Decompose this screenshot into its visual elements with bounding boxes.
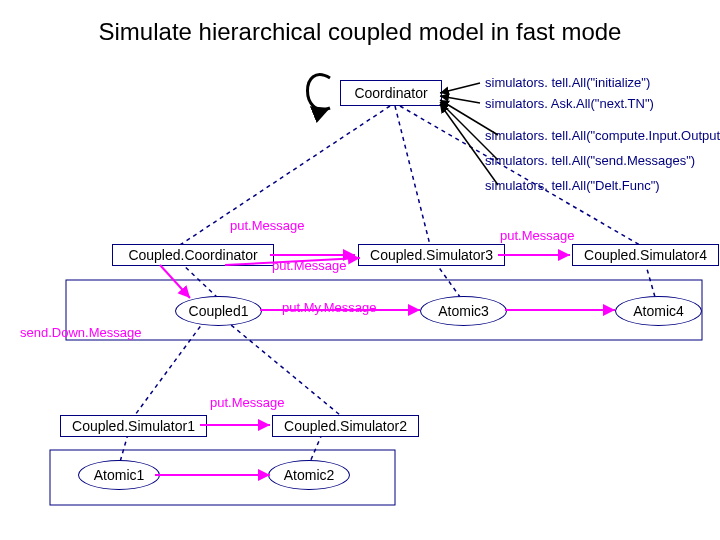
svg-line-19 — [135, 320, 205, 415]
node-coupled-simulator3: Coupled.Simulator3 — [358, 244, 505, 266]
node-atomic1: Atomic1 — [78, 460, 160, 490]
msg-put-my-message: put.My.Message — [282, 300, 376, 315]
node-atomic2: Atomic2 — [268, 460, 350, 490]
node-coupled-coordinator: Coupled.Coordinator — [112, 244, 274, 266]
svg-line-17 — [435, 262, 460, 297]
node-coupled-simulator4: Coupled.Simulator4 — [572, 244, 719, 266]
call-compute-input-output: simulators. tell.All("compute.Input.Outp… — [485, 128, 720, 143]
node-coupled-simulator1: Coupled.Simulator1 — [60, 415, 207, 437]
svg-line-16 — [180, 262, 220, 300]
msg-put-message-4: put.Message — [210, 395, 284, 410]
svg-line-1 — [440, 96, 480, 103]
svg-line-15 — [400, 106, 640, 245]
node-atomic3: Atomic3 — [420, 296, 507, 326]
svg-line-0 — [440, 83, 480, 93]
node-coordinator: Coordinator — [340, 80, 442, 106]
svg-line-14 — [395, 106, 430, 245]
diagram-title: Simulate hierarchical coupled model in f… — [0, 18, 720, 46]
svg-line-4 — [440, 104, 498, 185]
svg-rect-23 — [66, 280, 702, 340]
svg-line-18 — [645, 262, 655, 297]
msg-put-message-3: put.Message — [500, 228, 574, 243]
msg-put-message-1: put.Message — [230, 218, 304, 233]
node-coupled1: Coupled1 — [175, 296, 262, 326]
node-coupled-simulator2: Coupled.Simulator2 — [272, 415, 419, 437]
call-delt-func: simulators. tell.All("Delt.Func") — [485, 178, 660, 193]
call-send-messages: simulators. tell.All("send.Messages") — [485, 153, 695, 168]
call-next-tn: simulators. Ask.All("next.TN") — [485, 96, 654, 111]
svg-line-22 — [310, 434, 322, 462]
msg-put-message-2: put.Message — [272, 258, 346, 273]
svg-line-10 — [160, 265, 190, 298]
call-initialize: simulators. tell.All("initialize") — [485, 75, 650, 90]
node-atomic4: Atomic4 — [615, 296, 702, 326]
msg-send-down-message: send.Down.Message — [20, 325, 141, 340]
svg-line-21 — [120, 434, 128, 462]
